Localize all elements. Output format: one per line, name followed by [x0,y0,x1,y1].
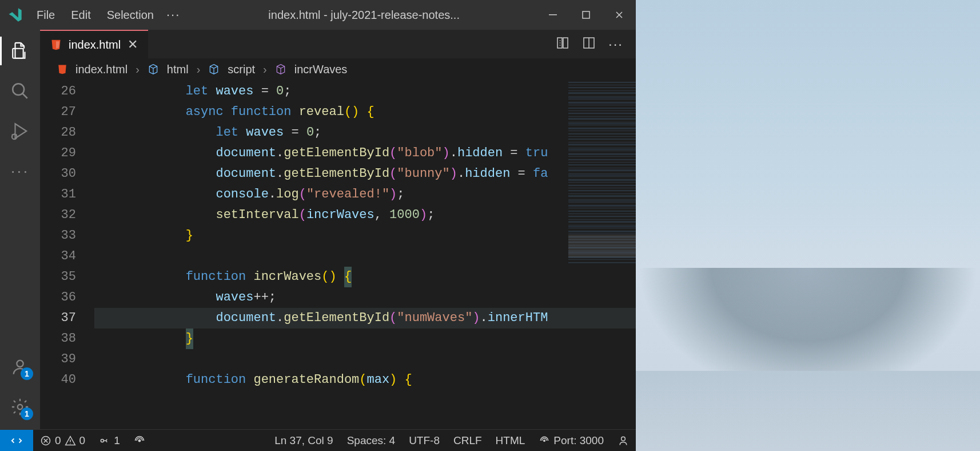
cursor-position[interactable]: Ln 37, Col 9 [268,434,340,447]
language-mode[interactable]: HTML [489,434,532,447]
chevron-right-icon: › [136,63,140,76]
breadcrumb-html[interactable]: html [167,63,189,76]
split-editor-icon[interactable] [582,36,596,52]
tab-index-html[interactable]: index.html ✕ [40,30,148,58]
menu-selection[interactable]: Selection [107,9,154,22]
chevron-right-icon: › [263,63,267,76]
svg-rect-1 [583,11,589,18]
tab-label: index.html [69,38,121,52]
breadcrumb-file[interactable]: index.html [75,63,128,76]
line-numbers: 262728293031323334353637383940 [40,80,94,429]
vscode-window: File Edit Selection ··· index.html - jul… [0,0,636,451]
svg-point-14 [622,437,626,441]
cube-icon [208,64,220,75]
minimize-icon[interactable] [548,10,558,20]
code-content[interactable]: let waves = 0; async function reveal() {… [94,80,636,429]
errors-count: 0 [55,434,61,447]
code-editor[interactable]: 262728293031323334353637383940 let waves… [40,80,636,429]
problems-status[interactable]: 0 0 [33,434,92,447]
activity-bar: ··· 1 1 [0,30,40,429]
chevron-right-icon: › [197,63,201,76]
accounts-badge: 1 [21,367,33,380]
method-icon [275,64,286,75]
more-icon[interactable]: ··· [9,160,31,182]
close-icon[interactable] [614,10,624,20]
indentation-status[interactable]: Spaces: 4 [340,434,403,447]
editor-area: index.html ✕ ··· index.html › html › [40,30,636,429]
window-controls [548,10,624,20]
svg-point-11 [101,439,103,442]
run-debug-icon[interactable] [9,120,31,142]
settings-badge: 1 [21,408,33,420]
vscode-logo-icon [7,7,23,23]
status-bar: 0 0 1 Ln 37, Col 9 Spaces: 4 UTF-8 CRLF … [0,429,636,451]
menu-edit[interactable]: Edit [71,9,90,22]
svg-point-13 [544,440,545,441]
diff-icon[interactable] [556,36,569,52]
breadcrumbs[interactable]: index.html › html › script › incrWaves [40,58,636,80]
accounts-icon[interactable]: 1 [9,356,31,378]
editor-actions: ··· [556,36,636,52]
breadcrumb-function[interactable]: incrWaves [294,63,348,76]
tabs-row: index.html ✕ ··· [40,30,636,58]
feedback-icon[interactable] [611,435,636,446]
main-body: ··· 1 1 index.html [0,30,636,429]
svg-point-6 [18,405,23,410]
eol-status[interactable]: CRLF [447,434,489,447]
ports-count: 1 [114,434,120,447]
maximize-icon[interactable] [581,10,591,20]
port-label: Port: 3000 [553,434,604,447]
explorer-icon[interactable] [9,40,31,62]
minimap-slider[interactable] [568,235,636,258]
window-title: index.html - july-2021-release-notes... [180,9,548,22]
menu-overflow[interactable]: ··· [166,7,180,22]
menu-bar: File Edit Selection [37,9,154,22]
svg-rect-0 [549,14,557,15]
menu-file[interactable]: File [37,9,55,22]
live-preview-status[interactable] [127,435,152,446]
desktop-background [636,0,980,451]
warnings-count: 0 [79,434,86,447]
svg-point-5 [17,361,23,367]
title-bar: File Edit Selection ··· index.html - jul… [0,0,636,30]
editor-more-icon[interactable]: ··· [608,36,623,52]
port-status[interactable]: Port: 3000 [532,434,611,447]
remote-indicator[interactable] [0,430,33,451]
settings-gear-icon[interactable]: 1 [9,396,31,418]
ports-status[interactable]: 1 [92,434,127,447]
svg-point-3 [13,84,24,95]
encoding-status[interactable]: UTF-8 [402,434,447,447]
cube-icon [148,64,159,75]
tab-close-icon[interactable]: ✕ [128,37,138,52]
breadcrumb-script[interactable]: script [228,63,255,76]
svg-rect-2 [13,49,23,58]
search-icon[interactable] [9,80,31,102]
html5-icon [50,39,62,50]
svg-point-12 [138,440,140,441]
html5-icon [57,64,67,74]
svg-rect-8 [563,38,568,48]
